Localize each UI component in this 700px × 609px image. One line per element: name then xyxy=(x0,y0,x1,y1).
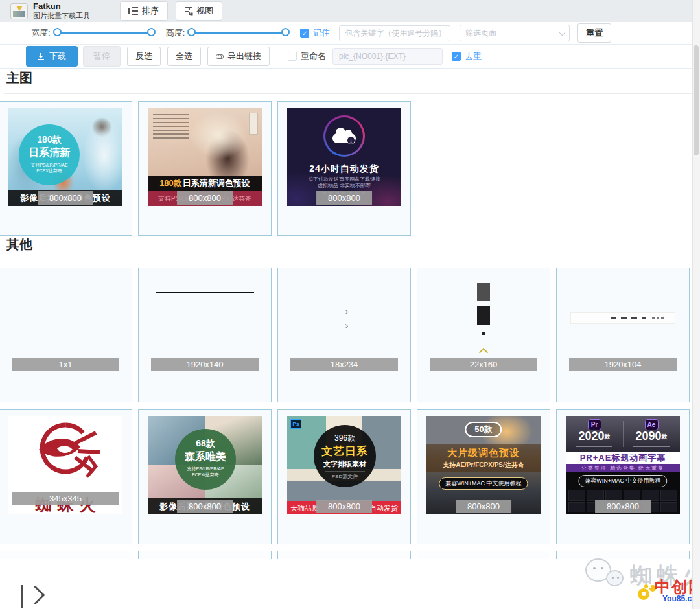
sort-icon xyxy=(132,7,138,15)
width-slider-min-handle[interactable] xyxy=(53,28,62,36)
image-title-bar: 180款日系清新调色预设 xyxy=(148,176,262,191)
image-card[interactable]: Ps 396款 文艺日系 文字排版素材 PSD源文件 天猫品质 自动发货 800… xyxy=(277,409,411,544)
card-partial[interactable] xyxy=(417,551,550,559)
select-all-button[interactable]: 全选 xyxy=(167,47,201,66)
spider-icon xyxy=(23,417,108,485)
caption-left: 天猫品质 xyxy=(290,501,319,514)
download-button[interactable]: 下载 xyxy=(26,46,78,67)
rename-checkbox[interactable]: 重命名 xyxy=(288,51,326,62)
card-partial[interactable] xyxy=(556,551,690,559)
width-slider-max-handle[interactable] xyxy=(147,28,156,36)
sort-button-label: 排序 xyxy=(142,5,159,17)
vertical-scrollbar[interactable] xyxy=(692,0,700,609)
photoshop-icon: Ps xyxy=(290,419,301,429)
checkbox-check-icon: ✓ xyxy=(300,29,309,38)
badge-sub: 文字排版素材 xyxy=(314,459,376,469)
image-thumbnail: 蜘蛛火 345x345 xyxy=(8,416,122,514)
image-title: PR+AE标题动画字幕 xyxy=(566,452,680,464)
image-thumbnail: 22x160 xyxy=(426,274,541,373)
badge-sub: FCPX达芬奇 xyxy=(19,168,80,174)
image-card[interactable]: 1x1 xyxy=(0,268,132,402)
image-card[interactable]: 1920x104 xyxy=(556,268,690,402)
badge-sub: 支持PS/LR/PR/AE xyxy=(19,162,80,168)
dedupe-label: 去重 xyxy=(465,51,482,62)
app-header: Fatkun 图片批量下载工具 排序 视图 xyxy=(0,0,692,22)
export-links-label: 导出链接 xyxy=(228,51,261,62)
invert-selection-button[interactable]: 反选 xyxy=(127,47,161,66)
remember-checkbox[interactable]: ✓ 记住 xyxy=(300,27,330,39)
image-thumbnail: 1920x140 xyxy=(148,274,262,373)
card-partial[interactable] xyxy=(0,551,132,559)
image-thumbnail: 24小时自动发货 拍下付款发送百度网盘下载链接 虚拟物品 非实物不邮寄 800x… xyxy=(287,108,401,206)
scrollbar-thumb[interactable] xyxy=(694,45,699,155)
image-card[interactable]: 180款日系清新调色预设 支持PS/LR/PR/AE FCPX/达芬奇 800x… xyxy=(138,101,272,236)
link-icon xyxy=(216,53,224,60)
card-partial[interactable] xyxy=(138,551,272,559)
film-reel-icon xyxy=(636,580,656,603)
rename-pattern-input[interactable] xyxy=(332,48,443,65)
view-button[interactable]: 视图 xyxy=(176,1,222,21)
image-subtitle: 分类整理 精选合集 绝无重复 xyxy=(566,464,680,472)
image-card[interactable]: 68款 森系唯美 支持PS/LR/PR/AE FCPX/达芬奇 影像后期一键调色… xyxy=(138,409,272,544)
compat-tag: 兼容WIN+MAC 中文使用教程 xyxy=(578,475,667,487)
keyword-filter-input[interactable] xyxy=(339,25,450,41)
width-range-slider[interactable] xyxy=(53,28,156,39)
image-card[interactable]: 1920x140 xyxy=(138,268,272,402)
app-counts-header: Pr 2020款 Ae 2090款 xyxy=(566,416,680,452)
image-grid-area: 主图 180款 日系清新 支持PS/LR/PR/AE FCPX达芬奇 影像后期一… xyxy=(0,69,692,559)
app-subtitle: 图片批量下载工具 xyxy=(33,12,90,20)
caption-right: 自动发货 xyxy=(369,501,398,514)
app-name: Fatkun xyxy=(33,2,90,12)
image-card[interactable]: Pr 2020款 Ae 2090款 PR+AE标题动画字幕 分类整理 精选合集 … xyxy=(556,409,690,544)
filter-bar: 宽度: 高度: ✓ 记住 筛选页面 重置 xyxy=(0,22,692,45)
title-band: 大片级调色预设 支持AE/Pr/FCPX/PS/达芬奇 xyxy=(426,444,541,472)
image-card[interactable]: 24小时自动发货 拍下付款发送百度网盘下载链接 虚拟物品 非实物不邮寄 800x… xyxy=(277,101,411,236)
page-filter-select[interactable]: 筛选页面 xyxy=(460,25,570,41)
remember-label: 记住 xyxy=(313,27,330,39)
app-title-block: Fatkun 图片批量下载工具 xyxy=(33,2,90,20)
image-thumbnail: Ps 396款 文艺日系 文字排版素材 PSD源文件 天猫品质 自动发货 800… xyxy=(287,416,401,514)
compat-tag: 兼容WIN+MAC 中文使用教程 xyxy=(439,477,528,490)
partial-image-glyph xyxy=(21,585,47,608)
image-size-label: 18x234 xyxy=(290,358,397,371)
badge-sub: 支持PS/LR/PR/AE xyxy=(175,466,236,472)
section-title-others: 其他 xyxy=(4,236,692,260)
section-title-main: 主图 xyxy=(4,69,692,94)
page-filter-placeholder: 筛选页面 xyxy=(465,28,496,39)
height-label: 高度: xyxy=(166,27,185,39)
height-slider-min-handle[interactable] xyxy=(187,28,196,36)
count-unit: 款 xyxy=(605,433,611,440)
preset-badge: 68款 森系唯美 支持PS/LR/PR/AE FCPX/达芬奇 xyxy=(175,429,236,490)
image-card[interactable]: 180款 日系清新 支持PS/LR/PR/AE FCPX达芬奇 影像后期一键调色… xyxy=(0,101,132,236)
image-card[interactable]: 蜘蛛火 345x345 xyxy=(0,409,132,544)
image-size-label: 1920x104 xyxy=(569,358,676,371)
image-thumbnail: 1920x104 xyxy=(566,274,680,373)
sort-button[interactable]: 排序 xyxy=(120,1,168,21)
export-links-button[interactable]: 导出链接 xyxy=(207,47,270,66)
height-range-slider[interactable] xyxy=(187,28,290,39)
rename-label: 重命名 xyxy=(301,51,326,62)
after-effects-icon: Ae xyxy=(645,419,659,430)
image-title: 24小时自动发货 xyxy=(287,163,401,175)
image-thumbnail: 68款 森系唯美 支持PS/LR/PR/AE FCPX/达芬奇 影像后期一键调色… xyxy=(148,416,262,514)
slider-track xyxy=(58,32,151,34)
image-card[interactable]: 18x234 xyxy=(277,268,411,402)
view-button-label: 视图 xyxy=(196,5,213,17)
image-thumbnail: 50款 大片级调色预设 支持AE/Pr/FCPX/PS/达芬奇 兼容WIN+MA… xyxy=(426,416,541,514)
image-card[interactable]: 22x160 xyxy=(417,268,550,402)
height-slider-max-handle[interactable] xyxy=(281,28,290,36)
pause-button: 暂停 xyxy=(83,46,121,67)
image-size-label: 1920x140 xyxy=(151,358,258,371)
card-partial[interactable] xyxy=(277,551,411,559)
magazine-side-badge xyxy=(249,113,258,135)
image-size-label: 800x800 xyxy=(316,500,372,513)
chevron-down-icon xyxy=(559,29,566,36)
image-thumbnail: 1x1 xyxy=(8,274,122,373)
image-card[interactable]: 50款 大片级调色预设 支持AE/Pr/FCPX/PS/达芬奇 兼容WIN+MA… xyxy=(417,409,550,544)
image-size-label: 1x1 xyxy=(12,358,119,371)
dedupe-checkbox[interactable]: ✓ 去重 xyxy=(452,51,482,62)
badge-title: 文艺日系 xyxy=(314,444,376,459)
reset-button[interactable]: 重置 xyxy=(578,23,611,43)
image-size-label: 800x800 xyxy=(316,191,372,205)
image-thumbnail: 18x234 xyxy=(287,274,401,373)
